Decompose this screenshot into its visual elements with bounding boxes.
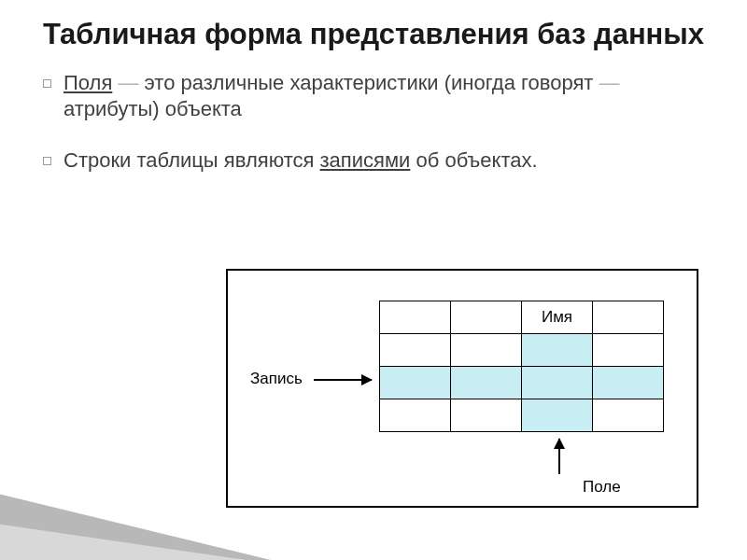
dash: — xyxy=(593,71,619,94)
cell xyxy=(451,399,522,432)
table-row xyxy=(380,334,664,367)
bullet-icon xyxy=(43,157,51,165)
diagram: Имя Запись Поле xyxy=(226,269,698,508)
table-row xyxy=(380,399,664,432)
term-fields: Поля xyxy=(63,71,112,94)
term-records: записями xyxy=(320,148,411,172)
bullet-fields: Поля — это различные характеристики (ино… xyxy=(43,70,691,122)
bullet-text: Поля — это различные характеристики (ино… xyxy=(63,70,691,122)
highlighted-cell xyxy=(522,399,593,432)
highlighted-cell xyxy=(593,367,664,399)
text: это различные характеристики (иногда гов… xyxy=(145,71,594,94)
highlighted-cell xyxy=(522,367,593,399)
slide-title: Табличная форма представления баз данных xyxy=(0,0,747,57)
column-header-label: Имя xyxy=(522,301,593,334)
cell xyxy=(593,399,664,432)
bullet-rows: Строки таблицы являются записями об объе… xyxy=(43,147,691,174)
bullet-icon xyxy=(43,79,51,88)
db-grid: Имя xyxy=(379,301,664,432)
text: об объектах. xyxy=(410,148,537,172)
row-arrow-label: Запись xyxy=(250,370,303,388)
cell xyxy=(380,301,451,334)
arrow-right-icon xyxy=(314,379,372,381)
text: атрибуты) объекта xyxy=(63,97,242,120)
field-arrow-label: Поле xyxy=(583,478,621,497)
highlighted-cell xyxy=(522,334,593,367)
bullet-text: Строки таблицы являются записями об объе… xyxy=(63,147,691,174)
cell xyxy=(593,301,664,334)
highlighted-cell xyxy=(380,367,451,399)
dash: — xyxy=(112,71,144,94)
cell xyxy=(451,301,522,334)
cell xyxy=(380,334,451,367)
content-area: Поля — это различные характеристики (ино… xyxy=(0,57,747,173)
table-row: Имя xyxy=(380,301,664,334)
cell xyxy=(451,334,522,367)
cell xyxy=(380,399,451,432)
text: Строки таблицы являются xyxy=(63,148,320,172)
highlighted-cell xyxy=(451,367,522,399)
arrow-up-icon xyxy=(558,439,560,474)
cell xyxy=(593,334,664,367)
table-row xyxy=(380,367,664,399)
